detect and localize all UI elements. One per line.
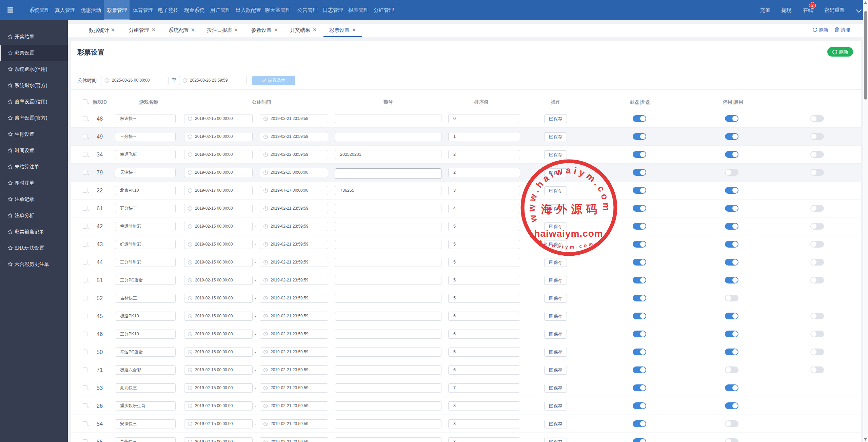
svg-text:海外源码: 海外源码 — [541, 203, 601, 215]
svg-text:haiwaiym.com: haiwaiym.com — [534, 228, 603, 239]
